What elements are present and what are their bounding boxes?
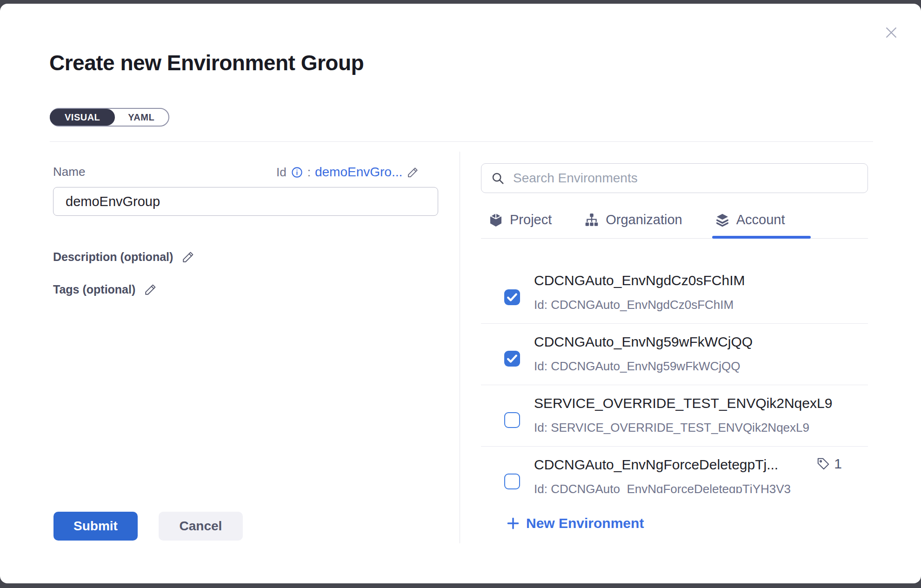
toggle-yaml[interactable]: YAML — [113, 109, 169, 126]
environment-id: Id: CDCNGAuto_EnvNgdCz0sFChIM — [534, 298, 734, 312]
tag-count-badge: 1 — [816, 456, 842, 472]
environment-checkbox-unchecked[interactable] — [504, 412, 520, 428]
submit-button[interactable]: Submit — [53, 512, 138, 541]
search-icon — [491, 171, 505, 185]
check-icon — [504, 351, 520, 367]
environment-row: CDCNGAuto_EnvNgForceDeletegpTj...Id: CDC… — [481, 447, 868, 493]
hierarchy-icon — [584, 213, 599, 227]
environment-list: CDCNGAuto_EnvNgdCz0sFChIMId: CDCNGAuto_E… — [481, 262, 868, 493]
tags-row: Tags (optional) — [53, 283, 157, 296]
scope-tabs: Project Organization Account — [488, 212, 785, 227]
id-value[interactable]: demoEnvGro... — [315, 165, 402, 180]
environment-checkbox-checked[interactable] — [504, 351, 520, 367]
id-row: Id : demoEnvGro... — [276, 164, 419, 180]
edit-id-icon[interactable] — [407, 166, 419, 179]
environment-name: CDCNGAuto_EnvNgdCz0sFChIM — [534, 273, 745, 288]
environment-name: SERVICE_OVERRIDE_TEST_ENVQik2NqexL9 — [534, 395, 832, 411]
new-environment-label: New Environment — [526, 515, 644, 531]
visual-yaml-toggle: VISUAL YAML — [50, 108, 169, 127]
environment-id: Id: CDCNGAuto_EnvNg59wFkWCjQQ — [534, 359, 741, 374]
cancel-button[interactable]: Cancel — [159, 512, 243, 541]
environment-id: Id: CDCNGAuto_EnvNgForceDeletegpTjYH3V3 — [534, 482, 791, 493]
new-environment-button[interactable]: New Environment — [506, 515, 644, 531]
edit-description-icon[interactable] — [181, 250, 195, 264]
tab-organization[interactable]: Organization — [584, 212, 682, 227]
search-environments-input[interactable] — [512, 165, 868, 192]
close-icon[interactable] — [881, 22, 901, 43]
environment-row: CDCNGAuto_EnvNgdCz0sFChIMId: CDCNGAuto_E… — [481, 262, 868, 324]
environment-name: CDCNGAuto_EnvNgForceDeletegpTj... — [534, 457, 778, 473]
layers-icon — [715, 213, 730, 227]
tab-organization-label: Organization — [606, 212, 682, 227]
description-row: Description (optional) — [53, 250, 195, 264]
name-input[interactable] — [53, 187, 438, 216]
environment-row: SERVICE_OVERRIDE_TEST_ENVQik2NqexL9Id: S… — [481, 385, 868, 447]
tags-label: Tags (optional) — [53, 283, 135, 296]
tag-icon — [816, 457, 830, 471]
header-divider — [50, 141, 873, 142]
info-icon[interactable] — [291, 166, 303, 179]
name-label: Name — [53, 165, 85, 179]
description-label: Description (optional) — [53, 250, 173, 264]
search-environments-box — [481, 163, 868, 193]
create-environment-group-dialog: Create new Environment Group VISUAL YAML… — [0, 4, 921, 583]
id-separator: : — [307, 165, 311, 180]
environment-id: Id: SERVICE_OVERRIDE_TEST_ENVQik2NqexL9 — [534, 421, 809, 435]
tab-account[interactable]: Account — [715, 212, 785, 227]
plus-icon — [506, 516, 520, 530]
environment-checkbox-unchecked[interactable] — [504, 474, 520, 489]
edit-tags-icon[interactable] — [144, 283, 157, 296]
toggle-visual[interactable]: VISUAL — [50, 109, 115, 126]
environment-name: CDCNGAuto_EnvNg59wFkWCjQQ — [534, 334, 753, 350]
page-title: Create new Environment Group — [49, 50, 364, 75]
tag-count: 1 — [834, 456, 842, 472]
environment-row: CDCNGAuto_EnvNg59wFkWCjQQId: CDCNGAuto_E… — [481, 324, 868, 385]
environment-checkbox-checked[interactable] — [504, 289, 520, 305]
pane-divider — [460, 152, 460, 543]
tab-account-label: Account — [736, 212, 785, 227]
active-tab-underline — [712, 236, 811, 239]
check-icon — [504, 289, 520, 305]
tab-project[interactable]: Project — [488, 212, 552, 227]
cube-icon — [488, 213, 503, 227]
tab-project-label: Project — [510, 212, 552, 227]
id-label: Id — [276, 165, 287, 180]
